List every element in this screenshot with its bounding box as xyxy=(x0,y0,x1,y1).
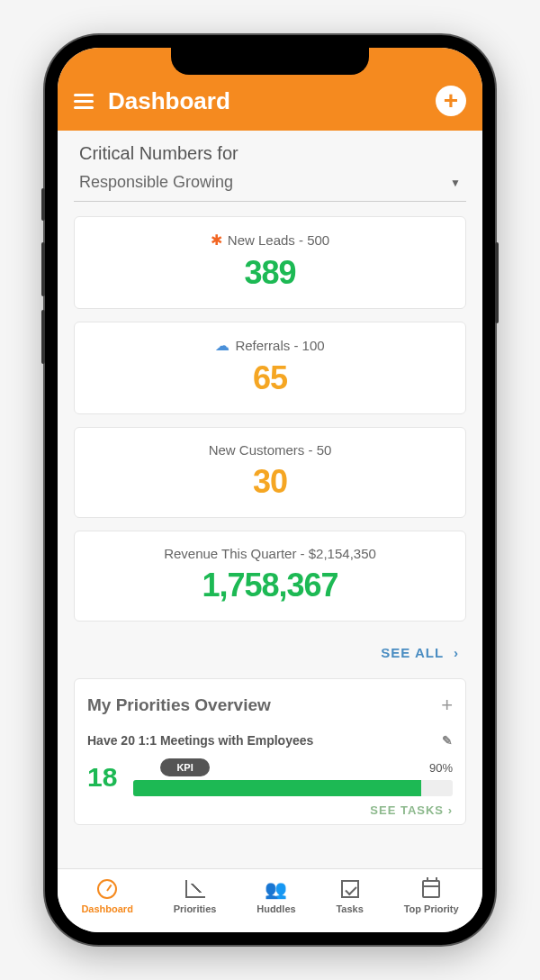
metric-label: Revenue This Quarter - $2,154,350 xyxy=(86,546,454,561)
edit-icon[interactable]: ✎ xyxy=(442,733,453,748)
side-button xyxy=(41,188,45,221)
checkbox-icon xyxy=(339,878,361,900)
dashboard-icon xyxy=(96,878,118,900)
side-button xyxy=(495,242,499,323)
priority-value: 18 xyxy=(87,762,117,793)
priority-body: 18 KPI 90% xyxy=(87,758,453,796)
chevron-right-icon: › xyxy=(448,803,453,817)
metric-card[interactable]: New Customers - 50 30 xyxy=(74,427,466,518)
kpi-badge: KPI xyxy=(160,758,209,776)
priorities-card: My Priorities Overview + Have 20 1:1 Mee… xyxy=(74,678,466,825)
add-priority-button[interactable]: + xyxy=(441,694,453,717)
side-button xyxy=(41,310,45,364)
nav-top-priority[interactable]: Top Priority xyxy=(404,878,459,914)
metric-value: 389 xyxy=(86,254,454,292)
phone-notch xyxy=(171,48,369,75)
metric-value: 30 xyxy=(86,463,454,501)
progress-fill xyxy=(133,780,420,796)
kpi-row: KPI 90% xyxy=(133,758,453,776)
phone-screen: Dashboard + Critical Numbers for Respons… xyxy=(58,48,482,932)
chart-icon xyxy=(184,878,206,900)
priority-item-header: Have 20 1:1 Meetings with Employees ✎ xyxy=(87,733,453,748)
burst-icon: ✱ xyxy=(211,231,222,249)
metric-card[interactable]: Revenue This Quarter - $2,154,350 1,758,… xyxy=(74,531,466,622)
scope-dropdown[interactable]: Responsible Growing ▼ xyxy=(74,168,466,202)
side-button xyxy=(41,242,45,296)
cloud-icon: ☁ xyxy=(215,337,230,354)
metric-value: 1,758,367 xyxy=(86,567,454,604)
metric-label: ☁ Referrals - 100 xyxy=(86,337,454,354)
dropdown-selected: Responsible Growing xyxy=(79,173,233,192)
progress-percent: 90% xyxy=(429,761,453,775)
people-icon: 👥 xyxy=(266,878,287,900)
priority-label: Have 20 1:1 Meetings with Employees xyxy=(87,733,313,748)
chevron-right-icon: › xyxy=(454,645,459,660)
page-title: Dashboard xyxy=(108,87,230,115)
priorities-title: My Priorities Overview xyxy=(87,695,271,715)
nav-priorities[interactable]: Priorities xyxy=(174,878,217,914)
calendar-icon xyxy=(420,878,442,900)
content-area: Critical Numbers for Responsible Growing… xyxy=(58,131,482,868)
metric-value: 65 xyxy=(86,359,454,397)
nav-tasks[interactable]: Tasks xyxy=(336,878,363,914)
progress-wrap: KPI 90% xyxy=(133,758,453,796)
nav-dashboard[interactable]: Dashboard xyxy=(81,878,132,914)
metric-card[interactable]: ✱ New Leads - 500 389 xyxy=(74,216,466,309)
add-button[interactable]: + xyxy=(436,86,466,116)
progress-bar xyxy=(133,780,453,796)
metric-label: New Customers - 50 xyxy=(86,442,454,458)
critical-numbers-title: Critical Numbers for xyxy=(74,143,466,164)
phone-frame: Dashboard + Critical Numbers for Respons… xyxy=(45,35,495,945)
priorities-header: My Priorities Overview + xyxy=(87,694,453,717)
metric-label: ✱ New Leads - 500 xyxy=(86,231,454,249)
chevron-down-icon: ▼ xyxy=(450,177,461,189)
nav-huddles[interactable]: 👥 Huddles xyxy=(256,878,295,914)
header-left: Dashboard xyxy=(74,87,230,115)
bottom-nav: Dashboard Priorities 👥 Huddles Tasks Top… xyxy=(58,868,482,932)
see-all-link[interactable]: SEE ALL › xyxy=(74,634,466,678)
metric-card[interactable]: ☁ Referrals - 100 65 xyxy=(74,322,466,414)
see-tasks-link[interactable]: SEE TASKS › xyxy=(87,803,453,817)
menu-icon[interactable] xyxy=(74,94,94,109)
